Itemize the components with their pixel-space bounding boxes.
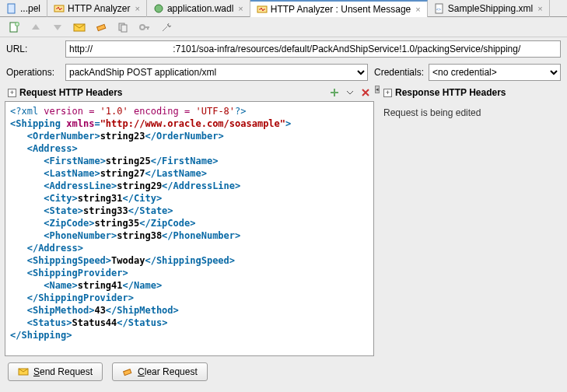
expand-icon[interactable]: + <box>383 89 392 97</box>
close-icon[interactable]: × <box>238 4 243 13</box>
url-row: URL: <box>0 37 567 61</box>
svg-rect-11 <box>121 25 127 32</box>
credentials-select[interactable]: <no credential> <box>429 64 561 81</box>
request-header-title: Request HTTP Headers <box>19 87 326 98</box>
svg-rect-9 <box>97 24 106 30</box>
send-label: end Request <box>40 366 93 377</box>
tab-http-analyzer-unsent[interactable]: HTTP Analyzer : Unsent Message × <box>250 0 428 17</box>
tab-sample-shipping[interactable]: <> SampleShipping.xml × <box>428 0 550 17</box>
url-label: URL: <box>6 44 59 54</box>
close-icon[interactable]: × <box>537 4 542 13</box>
operations-select[interactable]: packAndShip POST application/xml <box>65 64 368 81</box>
button-row: Send Request Clear Request <box>5 356 374 381</box>
down-arrow-icon[interactable] <box>50 19 65 35</box>
file-icon <box>6 3 17 14</box>
send-request-button[interactable]: Send Request <box>8 362 103 381</box>
copy-icon[interactable] <box>115 19 131 35</box>
operations-row: Operations: packAndShip POST application… <box>0 61 567 84</box>
tab-bar: ...pel HTTP Analyzer × application.wadl … <box>0 0 567 17</box>
response-header-title: Response HTTP Headers <box>395 87 559 98</box>
response-pane: + Response HTTP Headers Request is being… <box>380 84 562 381</box>
tab-label: ...pel <box>20 3 40 14</box>
add-icon[interactable] <box>329 87 340 98</box>
response-header: + Response HTTP Headers <box>380 84 562 101</box>
tab-label: application.wadl <box>167 3 233 14</box>
tab-http-analyzer[interactable]: HTTP Analyzer × <box>47 0 147 17</box>
delete-icon[interactable] <box>360 87 371 98</box>
key-icon[interactable] <box>137 19 152 35</box>
analyzer-icon <box>54 3 65 14</box>
tab-label: HTTP Analyzer : Unsent Message <box>271 4 411 15</box>
clear-request-button[interactable]: Clear Request <box>112 362 208 381</box>
request-body-editor[interactable]: <?xml version = '1.0' encoding = 'UTF-8'… <box>5 101 374 356</box>
up-arrow-icon[interactable] <box>28 19 44 35</box>
tab-pel[interactable]: ...pel <box>0 0 47 17</box>
credentials-label: Credentials: <box>374 67 424 78</box>
xml-icon: <> <box>434 3 445 14</box>
tab-label: HTTP Analyzer <box>68 3 130 14</box>
eraser-icon <box>122 366 133 377</box>
wadl-icon <box>153 3 164 14</box>
toolbar <box>0 17 567 37</box>
request-header: + Request HTTP Headers <box>5 84 374 101</box>
analyzer-icon <box>257 4 268 15</box>
operations-label: Operations: <box>6 67 59 78</box>
mail-icon <box>18 366 29 377</box>
mail-icon[interactable] <box>72 19 87 35</box>
splitter[interactable]: ◂ <box>374 84 380 381</box>
split-pane: + Request HTTP Headers <?xml version = '… <box>0 84 567 386</box>
expand-icon[interactable]: + <box>8 89 16 97</box>
svg-point-12 <box>140 25 145 30</box>
svg-rect-14 <box>124 369 131 376</box>
new-request-icon[interactable] <box>6 19 22 35</box>
clear-label: lear Request <box>145 366 198 377</box>
tools-icon[interactable] <box>159 19 174 35</box>
eraser-icon[interactable] <box>93 19 109 35</box>
tab-application-wadl[interactable]: application.wadl × <box>147 0 250 17</box>
request-pane: + Request HTTP Headers <?xml version = '… <box>5 84 374 381</box>
dropdown-icon[interactable] <box>345 87 355 98</box>
svg-text:<>: <> <box>436 7 441 12</box>
url-input[interactable] <box>65 40 561 58</box>
close-icon[interactable]: × <box>415 5 420 14</box>
tab-label: SampleShipping.xml <box>448 3 533 14</box>
close-icon[interactable]: × <box>135 4 140 13</box>
response-status: Request is being edited <box>380 101 562 124</box>
svg-rect-0 <box>8 4 15 13</box>
svg-point-2 <box>155 5 163 12</box>
